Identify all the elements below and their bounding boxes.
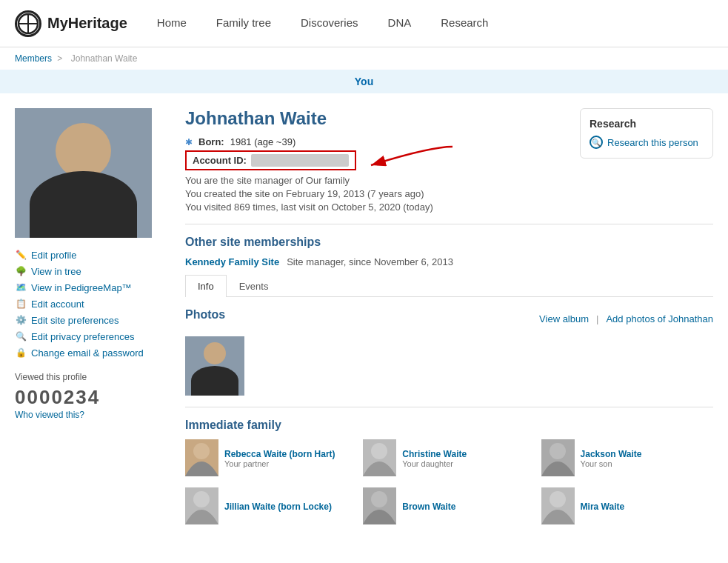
logo-text: MyHeritage <box>47 15 127 32</box>
family-name-0[interactable]: Rebecca Waite (born Hart) <box>224 449 335 459</box>
research-icon: 🔍 <box>590 136 603 149</box>
breadcrumb-current: Johnathan Waite <box>71 53 138 64</box>
born-row: ✱ Born: 1981 (age ~39) <box>185 136 569 147</box>
breadcrumb-parent[interactable]: Members <box>15 53 52 64</box>
edit-profile-icon: ✏️ <box>15 249 27 261</box>
sidebar-actions: ✏️ Edit profile 🌳 View in tree 🗺️ View i… <box>15 247 170 361</box>
password-label: Change email & password <box>31 347 144 359</box>
edit-account-link[interactable]: 📋 Edit account <box>15 296 170 312</box>
family-info-1: Christine Waite Your daughter <box>402 448 467 468</box>
pedigreemap-icon: 🗺️ <box>15 282 27 293</box>
photos-header: Photos View album | Add photos of Johnat… <box>185 308 713 329</box>
photos-actions: View album | Add photos of Johnathan <box>539 313 713 324</box>
family-info-5: Mira Waite <box>581 501 625 512</box>
svg-point-9 <box>550 443 566 459</box>
family-title: Immediate family <box>185 419 713 432</box>
edit-site-prefs-link[interactable]: ⚙️ Edit site preferences <box>15 312 170 328</box>
nav-family-tree[interactable]: Family tree <box>216 1 271 46</box>
family-member-2: Jackson Waite Your son <box>541 439 708 476</box>
edit-profile-label: Edit profile <box>31 250 76 261</box>
edit-profile-link[interactable]: ✏️ Edit profile <box>15 247 170 263</box>
tab-events[interactable]: Events <box>227 275 281 297</box>
profile-photo <box>15 108 152 238</box>
family-name-5[interactable]: Mira Waite <box>581 502 625 512</box>
svg-point-11 <box>193 491 210 507</box>
site-prefs-label: Edit site preferences <box>31 315 119 326</box>
svg-point-7 <box>371 443 387 459</box>
born-value: 1981 (age ~39) <box>230 136 296 147</box>
research-box: Research 🔍 Research this person <box>580 108 713 159</box>
edit-account-icon: 📋 <box>15 298 27 310</box>
membership-role: Site manager, since November 6, 2013 <box>287 256 453 267</box>
password-icon: 🔒 <box>15 347 27 359</box>
svg-point-15 <box>550 491 566 507</box>
research-box-title: Research <box>590 118 704 130</box>
family-info-2: Jackson Waite Your son <box>581 448 642 468</box>
photos-separator: | <box>596 313 598 324</box>
you-banner: You <box>0 70 728 93</box>
family-name-1[interactable]: Christine Waite <box>402 449 467 459</box>
family-member-5: Mira Waite <box>541 487 708 524</box>
divider-2 <box>185 407 713 407</box>
nav-home[interactable]: Home <box>157 1 187 46</box>
created-info: You created the site on February 19, 201… <box>185 188 713 199</box>
viewed-section: Viewed this profile 0000234 Who viewed t… <box>15 372 170 420</box>
who-viewed-link[interactable]: Who viewed this? <box>15 410 84 420</box>
family-name-2[interactable]: Jackson Waite <box>581 449 642 459</box>
family-name-3[interactable]: Jillian Waite (born Locke) <box>224 502 332 512</box>
svg-point-5 <box>193 443 210 459</box>
tabs: Info Events <box>185 275 713 297</box>
divider-1 <box>185 224 713 224</box>
site-prefs-icon: ⚙️ <box>15 314 27 326</box>
nav-research[interactable]: Research <box>441 1 488 46</box>
svg-point-13 <box>371 491 387 507</box>
memberships-title: Other site memberships <box>185 236 713 249</box>
edit-account-label: Edit account <box>31 299 84 310</box>
header: MyHeritage Home Family tree Discoveries … <box>0 0 728 47</box>
nav-discoveries[interactable]: Discoveries <box>301 1 358 46</box>
family-member-4: Brown Waite <box>363 487 530 524</box>
breadcrumb: Members > Johnathan Waite <box>0 47 728 70</box>
logo[interactable]: MyHeritage <box>15 10 127 37</box>
edit-privacy-link[interactable]: 🔍 Edit privacy preferences <box>15 328 170 344</box>
nav-dna[interactable]: DNA <box>388 1 412 46</box>
family-avatar-2 <box>541 439 575 476</box>
family-name-4[interactable]: Brown Waite <box>402 502 455 512</box>
breadcrumb-separator: > <box>57 53 64 64</box>
photo-thumbnail <box>185 336 244 396</box>
family-avatar-1 <box>363 439 396 476</box>
photos-title: Photos <box>185 308 225 322</box>
family-member-1: Christine Waite Your daughter <box>363 439 530 476</box>
family-avatar-0 <box>185 439 218 476</box>
research-link-label: Research this person <box>607 137 698 148</box>
view-in-tree-link[interactable]: 🌳 View in tree <box>15 263 170 279</box>
pedigreemap-label: View in PedigreeMap™ <box>31 282 132 293</box>
family-member-0: Rebecca Waite (born Hart) Your partner <box>185 439 352 476</box>
logo-icon <box>15 10 41 37</box>
add-photos-link[interactable]: Add photos of Johnathan <box>606 313 713 324</box>
family-avatar-4 <box>363 487 396 524</box>
view-pedigreemap-link[interactable]: 🗺️ View in PedigreeMap™ <box>15 279 170 296</box>
family-avatar-3 <box>185 487 218 524</box>
family-avatar-5 <box>541 487 575 524</box>
family-relation-1: Your daughter <box>402 459 467 468</box>
view-tree-icon: 🌳 <box>15 265 27 277</box>
change-password-link[interactable]: 🔒 Change email & password <box>15 344 170 361</box>
view-tree-label: View in tree <box>31 266 81 277</box>
tab-info[interactable]: Info <box>185 275 227 297</box>
site-manager-info: You are the site manager of Our family <box>185 175 713 186</box>
privacy-label: Edit privacy preferences <box>31 331 134 342</box>
family-member-3: Jillian Waite (born Locke) <box>185 487 352 524</box>
family-info-3: Jillian Waite (born Locke) <box>224 501 332 512</box>
view-album-link[interactable]: View album <box>539 313 589 324</box>
family-info-0: Rebecca Waite (born Hart) Your partner <box>224 448 335 468</box>
born-label: Born: <box>198 136 224 147</box>
research-person-link[interactable]: 🔍 Research this person <box>590 136 704 149</box>
account-id-value: ██████████ <box>251 154 349 167</box>
visited-info: You visited 869 times, last visit on Oct… <box>185 201 713 213</box>
sidebar: ✏️ Edit profile 🌳 View in tree 🗺️ View i… <box>15 108 170 524</box>
privacy-icon: 🔍 <box>15 330 27 342</box>
main-nav: Home Family tree Discoveries DNA Researc… <box>157 1 489 46</box>
membership-site-link[interactable]: Kennedy Family Site <box>185 256 279 267</box>
membership-row: Kennedy Family Site Site manager, since … <box>185 256 713 267</box>
